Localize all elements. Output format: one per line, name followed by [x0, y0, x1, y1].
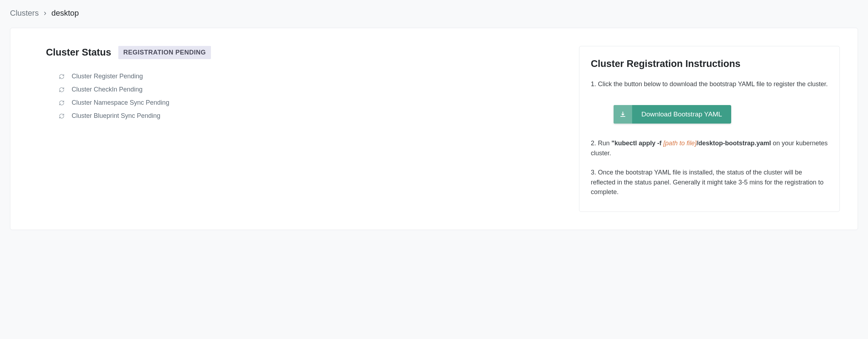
download-bootstrap-button[interactable]: Download Bootstrap YAML — [614, 105, 731, 124]
status-item-label: Cluster CheckIn Pending — [72, 86, 143, 93]
status-badge: REGISTRATION PENDING — [118, 46, 211, 59]
sync-icon — [59, 87, 64, 93]
download-icon — [614, 105, 632, 124]
status-item: Cluster Register Pending — [59, 70, 565, 83]
status-item: Cluster CheckIn Pending — [59, 83, 565, 96]
instructions-title: Cluster Registration Instructions — [591, 58, 828, 69]
status-item-label: Cluster Namespace Sync Pending — [72, 99, 169, 106]
instructions-card: Cluster Registration Instructions 1. Cli… — [579, 46, 840, 212]
download-button-label: Download Bootstrap YAML — [632, 105, 731, 124]
sync-icon — [59, 100, 64, 106]
instruction-step-2: 2. Run "kubectl apply -f [path to file]/… — [591, 139, 828, 158]
sync-icon — [59, 74, 64, 79]
instruction-step-1: 1. Click the button below to download th… — [591, 79, 828, 89]
status-item-label: Cluster Register Pending — [72, 73, 143, 80]
status-list: Cluster Register Pending Cluster CheckIn… — [46, 70, 565, 122]
instruction-step-3: 3. Once the bootstrap YAML file is insta… — [591, 168, 828, 198]
sync-icon — [59, 113, 64, 119]
status-item: Cluster Namespace Sync Pending — [59, 96, 565, 109]
status-title: Cluster Status — [46, 47, 111, 58]
main-card: Cluster Status REGISTRATION PENDING Clus… — [10, 28, 858, 230]
status-item: Cluster Blueprint Sync Pending — [59, 109, 565, 122]
breadcrumb: Clusters › desktop — [10, 9, 858, 18]
breadcrumb-parent[interactable]: Clusters — [10, 9, 39, 17]
breadcrumb-separator: › — [44, 9, 46, 17]
status-panel: Cluster Status REGISTRATION PENDING Clus… — [28, 46, 565, 212]
breadcrumb-current: desktop — [51, 9, 79, 17]
status-item-label: Cluster Blueprint Sync Pending — [72, 112, 160, 120]
